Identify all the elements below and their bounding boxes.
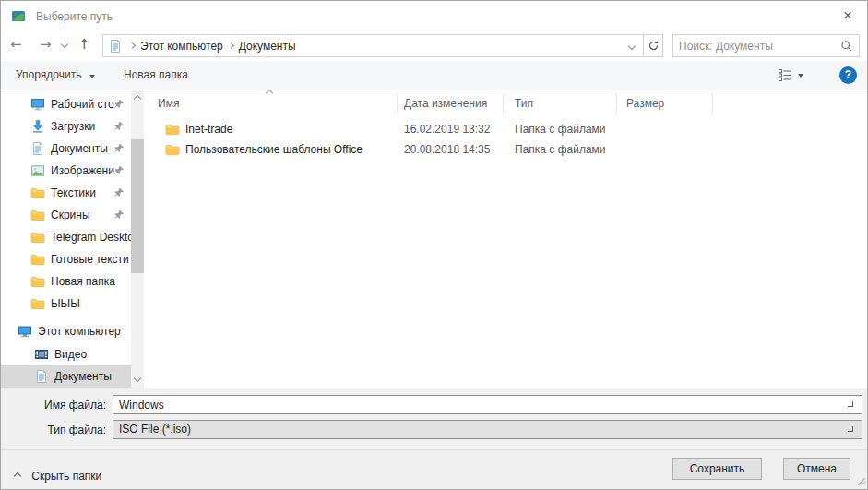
scrollbar-thumb[interactable]: [131, 139, 144, 273]
organize-button[interactable]: Упорядочить: [8, 61, 102, 90]
main-area: Рабочий сто Загрузки Документы Изображен…: [1, 90, 868, 388]
desktop-icon: [30, 97, 45, 112]
search-input[interactable]: [679, 40, 840, 53]
sidebar-item-label: Этот компьютер: [38, 320, 121, 342]
downloads-icon: [30, 119, 45, 134]
folder-icon: [165, 122, 180, 137]
recent-locations-chevron-icon[interactable]: [61, 41, 68, 48]
sidebar-item-yyy[interactable]: ЫЫЫ: [1, 293, 131, 315]
videos-icon: [34, 347, 49, 362]
organize-label: Упорядочить: [16, 68, 81, 81]
folder-icon: [30, 185, 45, 200]
sidebar-item-downloads[interactable]: Загрузки: [1, 115, 131, 137]
document-icon: [30, 141, 45, 156]
file-date: 16.02.2019 13:32: [404, 119, 490, 139]
back-button[interactable]: ←: [10, 36, 22, 53]
folder-icon: [30, 274, 45, 289]
up-button[interactable]: ↑: [78, 36, 90, 53]
folder-icon: [30, 230, 45, 245]
location-document-icon: [108, 39, 123, 54]
sidebar-item-label: Загрузки: [51, 115, 95, 137]
footer-divider: [1, 449, 867, 450]
filetype-dropdown-chevron-icon: [848, 426, 853, 432]
new-folder-label: Новая папка: [124, 68, 188, 81]
folder-icon: [30, 296, 45, 311]
help-button[interactable]: ?: [839, 66, 857, 84]
filetype-label: Тип файла:: [1, 424, 106, 436]
file-row-office-templates[interactable]: Пользовательские шаблоны Office 20.08.20…: [144, 139, 868, 160]
address-bar[interactable]: Этот компьютер Документы: [102, 34, 644, 57]
breadcrumb-this-pc[interactable]: Этот компьютер: [135, 40, 229, 53]
new-folder-button[interactable]: Новая папка: [116, 61, 196, 90]
sidebar-item-gotovye-teksty[interactable]: Готовые тексти: [1, 248, 131, 270]
hide-folders-button[interactable]: Скрыть папки: [10, 465, 101, 487]
sidebar-item-desktop[interactable]: Рабочий сто: [1, 93, 131, 115]
filename-input[interactable]: [113, 395, 862, 414]
cancel-button[interactable]: Отмена: [783, 458, 850, 480]
sidebar-item-pictures[interactable]: Изображени: [1, 160, 131, 182]
pictures-icon: [30, 163, 45, 178]
search-icon[interactable]: [840, 40, 853, 53]
save-dialog-window: Выберите путь × ← → ↑ Этот компьютер Док…: [0, 0, 868, 490]
navigation-pane: Рабочий сто Загрузки Документы Изображен…: [1, 90, 144, 388]
sidebar-item-label: Скрины: [51, 204, 90, 226]
file-list: Имя Дата изменения Тип Размер Inet-trade…: [144, 90, 868, 388]
hide-folders-label: Скрыть папки: [31, 470, 101, 483]
refresh-icon: [647, 39, 660, 53]
scroll-up-icon[interactable]: [134, 95, 141, 102]
sidebar-item-label: Изображени: [51, 160, 114, 182]
sidebar-item-label: Текстики: [51, 182, 96, 204]
save-button[interactable]: Сохранить: [672, 458, 762, 480]
filetype-select[interactable]: ISO File (*.iso): [113, 420, 862, 439]
file-type: Папка с файлами: [515, 139, 606, 160]
sidebar-item-documents[interactable]: Документы: [1, 137, 131, 160]
view-dropdown-triangle-icon: [798, 74, 803, 78]
filename-dropdown-chevron-icon: [848, 401, 853, 407]
sidebar-item-label: Новая папка: [51, 270, 115, 293]
pin-icon: [113, 143, 125, 154]
chevron-up-icon: [14, 472, 21, 480]
sidebar-item-label: Рабочий сто: [51, 93, 114, 115]
sidebar-item-documents-selected[interactable]: Документы: [1, 365, 131, 388]
sidebar-item-label: Готовые тексти: [51, 248, 129, 270]
resize-grip[interactable]: [857, 477, 866, 486]
refresh-button[interactable]: [643, 34, 663, 57]
file-name: Inet-trade: [185, 119, 232, 139]
computer-icon: [18, 324, 32, 339]
change-view-button[interactable]: [779, 69, 803, 81]
column-header-date[interactable]: Дата изменения: [398, 93, 504, 114]
close-button[interactable]: ×: [834, 5, 862, 27]
pin-icon: [113, 209, 125, 221]
sidebar-item-telegram-desktop[interactable]: Telegram Deskto: [1, 226, 131, 248]
breadcrumb-documents[interactable]: Документы: [233, 40, 302, 53]
filename-label: Имя файла:: [1, 399, 106, 412]
folder-icon: [30, 252, 45, 267]
folder-icon: [165, 142, 180, 157]
folder-icon: [30, 208, 45, 222]
sidebar-item-label: Telegram Deskto: [51, 226, 131, 248]
sidebar-item-videos[interactable]: Видео: [1, 343, 131, 365]
address-dropdown-chevron-icon[interactable]: [628, 42, 636, 49]
sidebar-item-tekstiki[interactable]: Текстики: [1, 182, 131, 204]
pin-icon: [113, 187, 125, 198]
details-view-icon: [779, 69, 791, 81]
search-box[interactable]: [672, 34, 860, 57]
pin-icon: [113, 165, 125, 176]
title-bar: Выберите путь ×: [1, 1, 867, 30]
column-header-size[interactable]: Размер: [617, 93, 713, 114]
file-row-inet-trade[interactable]: Inet-trade 16.02.2019 13:32 Папка с файл…: [144, 119, 868, 139]
footer-panel: Имя файла: Тип файла: ISO File (*.iso) С…: [1, 388, 867, 490]
sidebar-item-label: ЫЫЫ: [51, 293, 80, 315]
sidebar-scrollbar[interactable]: [131, 90, 144, 388]
window-title: Выберите путь: [36, 10, 113, 23]
sidebar-item-skriny[interactable]: Скрины: [1, 204, 131, 226]
file-date: 20.08.2018 14:35: [404, 139, 490, 160]
column-header-type[interactable]: Тип: [504, 93, 617, 114]
sidebar-item-this-pc[interactable]: Этот компьютер: [1, 320, 131, 342]
column-header-name[interactable]: Имя: [144, 93, 398, 114]
app-icon: [11, 8, 26, 23]
scroll-down-icon[interactable]: [134, 375, 141, 382]
forward-button[interactable]: →: [40, 36, 52, 53]
navigation-bar: ← → ↑ Этот компьютер Документы: [1, 30, 867, 61]
sidebar-item-novaya-papka[interactable]: Новая папка: [1, 270, 131, 293]
